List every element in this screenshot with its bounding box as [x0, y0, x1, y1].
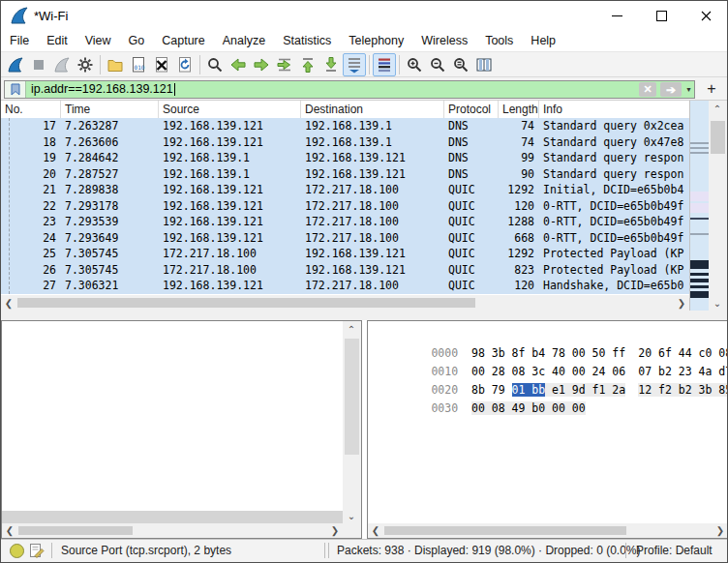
zoom-in-button[interactable]: [403, 53, 426, 76]
capture-options-button[interactable]: [74, 53, 97, 76]
menu-item[interactable]: Wireless: [412, 31, 476, 50]
scroll-up-button[interactable]: ⌃: [344, 321, 359, 337]
save-file-button[interactable]: 010: [127, 53, 150, 76]
scroll-down-button[interactable]: ⌄: [710, 295, 725, 311]
add-filter-button[interactable]: +: [702, 79, 721, 98]
colorize-button[interactable]: [373, 53, 396, 76]
go-back-button[interactable]: [227, 53, 250, 76]
menu-item[interactable]: Analyze: [214, 31, 274, 50]
menu-item[interactable]: Tools: [476, 31, 522, 50]
minimap-stripe: [690, 291, 710, 298]
shaded-bytes: e1 9d f1 2a: [545, 383, 625, 397]
restart-capture-button[interactable]: [50, 53, 74, 76]
scroll-down-button[interactable]: ⌄: [344, 508, 359, 523]
column-header-time[interactable]: Time: [61, 101, 159, 118]
detail-tree-item[interactable]: ∨ Transmission Control Protocol, Src Por…: [2, 493, 343, 511]
go-forward-button[interactable]: [250, 53, 273, 76]
scroll-up-button[interactable]: ⌃: [710, 101, 725, 116]
filter-dropdown-button[interactable]: ▼: [683, 81, 694, 98]
scroll-left-button[interactable]: ❮: [368, 523, 383, 538]
packet-rows: 17 7.263287 192.168.139.121 192.168.139.…: [1, 118, 689, 295]
packet-row[interactable]: 17 7.263287 192.168.139.121 192.168.139.…: [1, 118, 689, 134]
vscroll-thumb[interactable]: [711, 121, 725, 154]
filter-bookmark-button[interactable]: [5, 81, 26, 98]
hex-dump[interactable]: 0000 98 3b 8f b4 78 00 50 ff20 6f 44 c0 …: [378, 326, 726, 400]
column-header-info[interactable]: Info: [539, 101, 689, 118]
detail-tree-item[interactable]: Header Checksum: 0x07b2 [validation disa…: [2, 426, 343, 443]
packet-list-hscrollbar[interactable]: ❮ ❯: [1, 295, 689, 311]
expert-info-icon[interactable]: [10, 544, 24, 558]
pane-splitter[interactable]: [1, 311, 727, 320]
profile-text[interactable]: Profile: Default: [636, 544, 713, 557]
detail-tree-item[interactable]: Total Length: 40: [2, 323, 343, 341]
zoom-reset-button[interactable]: [449, 53, 472, 76]
close-button[interactable]: [683, 1, 728, 30]
packet-row[interactable]: 24 7.293649 192.168.139.121 172.217.18.1…: [1, 230, 689, 247]
resize-columns-button[interactable]: [472, 53, 496, 76]
menu-item[interactable]: File: [1, 31, 38, 50]
detail-tree-item[interactable]: [Header checksum status: Unverified]: [2, 442, 343, 459]
reload-file-button[interactable]: [173, 53, 197, 76]
filter-clear-button[interactable]: ✕: [639, 82, 656, 97]
cell-length: 1288: [499, 214, 539, 230]
details-hscrollbar[interactable]: ❮ ❯: [2, 523, 361, 538]
menu-item[interactable]: Capture: [153, 31, 213, 50]
packet-row[interactable]: 19 7.284642 192.168.139.1 192.168.139.12…: [1, 150, 689, 166]
open-file-button[interactable]: [104, 53, 127, 76]
packet-row[interactable]: 20 7.287527 192.168.139.1 192.168.139.12…: [1, 166, 689, 183]
go-to-packet-button[interactable]: [273, 53, 296, 76]
menu-item[interactable]: Help: [522, 31, 564, 50]
hscroll-thumb[interactable]: [18, 526, 133, 535]
minimize-button[interactable]: [594, 1, 639, 30]
scroll-right-button[interactable]: ❯: [327, 523, 343, 538]
packet-row[interactable]: 25 7.305745 172.217.18.100 192.168.139.1…: [1, 246, 689, 262]
go-to-last-button[interactable]: [319, 53, 343, 76]
packet-row[interactable]: 27 7.306321 192.168.139.121 172.217.18.1…: [1, 278, 689, 294]
start-capture-button[interactable]: [4, 53, 27, 76]
scroll-right-button[interactable]: ❯: [713, 523, 728, 538]
packet-row[interactable]: 18 7.263606 192.168.139.121 192.168.139.…: [1, 134, 689, 151]
detail-tree-item[interactable]: ...0 0000 0000 0000 = Fragment Offset: 0: [2, 374, 343, 392]
detail-tree-item[interactable]: Time to Live: 36: [2, 391, 343, 408]
detail-tree-item[interactable]: Source Address: 35.74.215.78: [2, 459, 343, 477]
find-packet-button[interactable]: [203, 53, 227, 76]
vscroll-thumb[interactable]: [345, 339, 359, 455]
column-header-protocol[interactable]: Protocol: [444, 101, 499, 118]
close-file-button[interactable]: [150, 53, 173, 76]
details-vscrollbar[interactable]: ⌃ ⌄: [343, 321, 361, 523]
menu-item[interactable]: View: [76, 31, 120, 50]
packet-row[interactable]: 23 7.293539 192.168.139.121 172.217.18.1…: [1, 214, 689, 230]
stop-capture-button[interactable]: [27, 53, 50, 76]
hscroll-thumb[interactable]: [17, 298, 475, 308]
packet-list-vscrollbar[interactable]: ⌃ ⌄: [709, 101, 727, 311]
detail-tree-item[interactable]: Identification: 0x083c (2108): [2, 341, 343, 358]
intelligent-scrollbar-minimap[interactable]: [689, 101, 709, 311]
detail-tree-item[interactable]: > 010. .... = Flags: 0x2, Don't fragment: [2, 357, 343, 374]
zoom-out-button[interactable]: [426, 53, 449, 76]
scroll-left-button[interactable]: ❮: [2, 523, 17, 538]
detail-tree-item[interactable]: Destination Address: 192.168.139.121: [2, 476, 343, 493]
column-header-length[interactable]: Length: [499, 101, 539, 118]
hscroll-thumb[interactable]: [384, 526, 626, 535]
detail-tree-item[interactable]: Protocol: TCP (6): [2, 408, 343, 426]
menu-item[interactable]: Statistics: [274, 31, 340, 50]
menu-item[interactable]: Go: [120, 31, 154, 50]
hex-hscrollbar[interactable]: ❮ ❯: [368, 523, 728, 538]
packet-row[interactable]: 26 7.305745 172.217.18.100 192.168.139.1…: [1, 262, 689, 279]
menu-item[interactable]: Telephony: [340, 31, 412, 50]
column-header-source[interactable]: Source: [159, 101, 301, 118]
maximize-button[interactable]: [639, 1, 683, 30]
column-header-destination[interactable]: Destination: [301, 101, 444, 118]
menu-item[interactable]: Edit: [38, 31, 76, 50]
scroll-left-button[interactable]: ❮: [1, 295, 16, 311]
display-filter-input[interactable]: ip.addr==192.168.139.121 ✕ ➔ ▼: [4, 80, 695, 99]
packet-row[interactable]: 22 7.293178 192.168.139.121 172.217.18.1…: [1, 198, 689, 215]
filter-apply-button[interactable]: ➔: [660, 82, 682, 97]
go-to-first-button[interactable]: [296, 53, 319, 76]
auto-scroll-button[interactable]: [343, 53, 366, 76]
cell-info: 0-RTT, DCID=e65b0b49f: [539, 214, 689, 230]
packet-row[interactable]: 21 7.289838 192.168.139.121 172.217.18.1…: [1, 182, 689, 198]
scroll-right-button[interactable]: ❯: [674, 295, 689, 311]
column-header-no[interactable]: No.: [1, 101, 61, 118]
capture-comment-icon[interactable]: [29, 543, 45, 558]
